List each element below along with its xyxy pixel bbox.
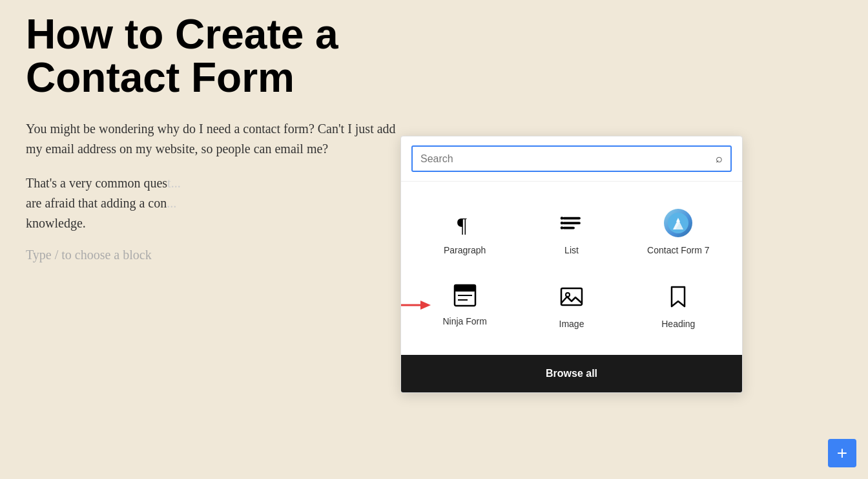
svg-rect-14 (455, 285, 475, 292)
block-item-list[interactable]: List (518, 195, 625, 268)
search-area: ⌕ (401, 136, 742, 182)
svg-text:¶: ¶ (457, 214, 467, 235)
search-icon: ⌕ (716, 152, 723, 165)
cf7-icon (663, 208, 694, 239)
block-inserter-popup: ⌕ ¶ Paragraph (400, 136, 743, 393)
paragraph-1: You might be wondering why do I need a c… (26, 119, 413, 159)
heading-icon (663, 281, 694, 312)
page-title: How to Create a Contact Form (26, 13, 413, 100)
svg-point-18 (566, 293, 570, 297)
ninja-form-label: Ninja Form (442, 316, 486, 326)
image-icon (556, 281, 587, 312)
add-block-button[interactable]: + (828, 439, 856, 467)
paragraph-icon: ¶ (450, 208, 480, 239)
svg-rect-17 (561, 288, 582, 305)
blocks-grid: ¶ Paragraph List (401, 182, 742, 348)
svg-point-4 (561, 217, 564, 220)
paragraph-2: That's a very common quest...are afraid … (26, 173, 413, 233)
image-label: Image (559, 319, 584, 329)
list-label: List (564, 245, 579, 255)
search-input[interactable] (420, 153, 716, 165)
svg-marker-19 (672, 287, 685, 306)
block-placeholder: Type / to choose a block (26, 248, 413, 262)
block-item-contact-form-7[interactable]: Contact Form 7 (625, 195, 732, 268)
heading-label: Heading (661, 319, 695, 329)
svg-point-5 (561, 222, 564, 225)
search-wrapper: ⌕ (411, 145, 732, 172)
block-item-paragraph[interactable]: ¶ Paragraph (411, 195, 518, 268)
cf7-label: Contact Form 7 (647, 245, 709, 255)
paragraph-label: Paragraph (444, 245, 486, 255)
ninja-form-icon (451, 281, 479, 310)
block-item-ninja-form[interactable]: Ninja Form (411, 268, 518, 342)
browse-all-button[interactable]: Browse all (401, 355, 742, 392)
arrow-indicator (400, 295, 432, 315)
list-icon (556, 208, 587, 239)
svg-marker-12 (420, 301, 431, 310)
svg-point-6 (561, 226, 564, 229)
block-item-image[interactable]: Image (518, 268, 625, 342)
block-item-heading[interactable]: Heading (625, 268, 732, 342)
